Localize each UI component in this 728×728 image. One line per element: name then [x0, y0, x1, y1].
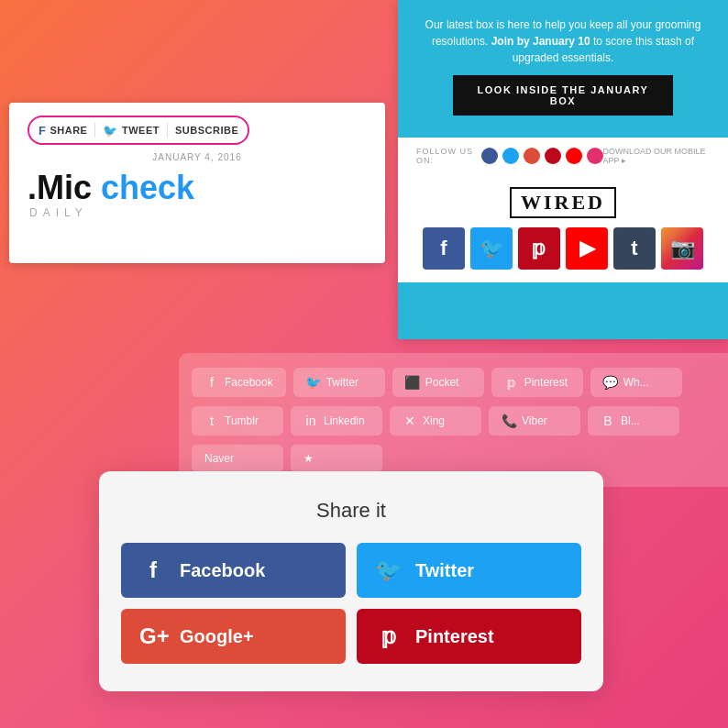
subscribe-label: SUBSCRIBE: [175, 125, 238, 136]
pocket-chip-label: Pocket: [425, 376, 459, 389]
facebook-dot[interactable]: [481, 148, 498, 164]
naver-chip[interactable]: Naver: [192, 445, 283, 472]
mic-date: JANUARY 4, 2016: [28, 152, 367, 162]
wired-facebook-button[interactable]: f: [423, 227, 465, 270]
modal-pinterest-label: Pinterest: [415, 626, 494, 647]
linkedin-chip[interactable]: in Linkedin: [291, 406, 382, 436]
modal-twitter-label: Twitter: [415, 560, 474, 581]
whatsapp-chip[interactable]: 💬 Wh...: [590, 368, 682, 397]
facebook-icon: f: [39, 124, 46, 138]
modal-google-icon: G+: [139, 623, 167, 649]
wired-instagram-button[interactable]: 📷: [661, 227, 703, 270]
mic-name: Mic: [37, 169, 92, 206]
xing-chip-icon: ✕: [403, 414, 417, 428]
share-chips-row2: t Tumblr in Linkedin ✕ Xing 📞 Viber B Bl…: [192, 406, 728, 436]
january-card-top: Our latest box is here to help you keep …: [398, 0, 728, 138]
twitter-chip-label: Twitter: [326, 376, 358, 389]
share-chips-row1: f Facebook 🐦 Twitter ⬛ Pocket 𝕡 Pinteres…: [192, 368, 728, 397]
tumblr-chip[interactable]: t Tumblr: [192, 406, 283, 436]
january-cta-button[interactable]: LOOK INSIDE THE JANUARY BOX: [453, 75, 673, 116]
share-button[interactable]: f SHARE: [39, 123, 87, 138]
instagram-dot[interactable]: [587, 148, 603, 164]
share-modal-grid: f Facebook 🐦 Twitter G+ Google+ 𝕡 Pinter…: [121, 543, 581, 664]
whatsapp-chip-label: Wh...: [623, 376, 649, 389]
modal-facebook-button[interactable]: f Facebook: [121, 543, 346, 598]
twitter-icon: 🐦: [103, 124, 118, 138]
modal-pinterest-icon: 𝕡: [375, 623, 403, 649]
pinterest-chip-label: Pinterest: [524, 376, 568, 389]
january-text: Our latest box is here to help you keep …: [416, 17, 710, 66]
twitter-chip[interactable]: 🐦 Twitter: [293, 368, 385, 397]
tumblr-chip-icon: t: [204, 414, 219, 428]
wired-logo: WIRED: [510, 187, 616, 218]
viber-chip-icon: 📞: [502, 414, 516, 428]
linkedin-chip-icon: in: [303, 414, 318, 428]
google-dot[interactable]: [524, 148, 540, 164]
pocket-chip-icon: ⬛: [405, 375, 420, 390]
wired-twitter-button[interactable]: 🐦: [470, 227, 513, 270]
star-chip[interactable]: ★: [291, 445, 382, 472]
naver-chip-label: Naver: [204, 452, 234, 465]
share-modal-title: Share it: [121, 499, 581, 523]
share-modal: Share it f Facebook 🐦 Twitter G+ Google+…: [99, 471, 603, 691]
facebook-chip[interactable]: f Facebook: [192, 368, 286, 397]
pocket-chip[interactable]: ⬛ Pocket: [392, 368, 484, 397]
share-chips-row3: Naver ★: [192, 445, 728, 472]
tweet-button[interactable]: 🐦 TWEET: [103, 123, 160, 138]
modal-pinterest-button[interactable]: 𝕡 Pinterest: [357, 609, 581, 664]
share-chips-container: f Facebook 🐦 Twitter ⬛ Pocket 𝕡 Pinteres…: [179, 353, 728, 487]
mic-action-buttons: f SHARE 🐦 TWEET SUBSCRIBE: [28, 116, 249, 145]
wired-section: WIRED f 🐦 𝕡 ▶ t 📷: [398, 174, 728, 282]
app-label: DOWNLOAD OUR MOBILE APP ▸: [603, 147, 710, 165]
tumblr-chip-label: Tumblr: [225, 414, 259, 427]
mic-check: check: [101, 169, 194, 206]
divider: [94, 123, 95, 138]
modal-facebook-icon: f: [139, 557, 167, 583]
twitter-dot[interactable]: [502, 148, 519, 164]
share-label: SHARE: [50, 125, 87, 136]
wired-social-buttons: f 🐦 𝕡 ▶ t 📷: [398, 227, 728, 270]
blogger-chip[interactable]: B Bl...: [588, 406, 679, 436]
pinterest-dot[interactable]: [545, 148, 561, 164]
whatsapp-chip-icon: 💬: [603, 375, 618, 390]
mic-logo: .Mic check DAILY: [28, 171, 367, 219]
facebook-chip-icon: f: [204, 375, 219, 390]
blogger-chip-icon: B: [601, 414, 615, 428]
modal-google-button[interactable]: G+ Google+: [121, 609, 346, 664]
facebook-chip-label: Facebook: [225, 376, 273, 389]
pinterest-chip-icon: 𝕡: [504, 375, 519, 390]
modal-twitter-icon: 🐦: [375, 557, 403, 583]
social-dots: [481, 148, 603, 164]
linkedin-chip-label: Linkedin: [324, 414, 365, 427]
youtube-dot[interactable]: [566, 148, 582, 164]
january-box-card: Our latest box is here to help you keep …: [398, 0, 728, 339]
star-chip-icon: ★: [303, 452, 314, 465]
pinterest-chip[interactable]: 𝕡 Pinterest: [491, 368, 583, 397]
xing-chip[interactable]: ✕ Xing: [390, 406, 481, 436]
wired-tumblr-button[interactable]: t: [613, 227, 656, 270]
viber-chip[interactable]: 📞 Viber: [489, 406, 580, 436]
wired-youtube-button[interactable]: ▶: [566, 227, 608, 270]
viber-chip-label: Viber: [522, 414, 547, 427]
xing-chip-label: Xing: [423, 414, 445, 427]
twitter-chip-icon: 🐦: [306, 375, 321, 390]
follow-label: FOLLOW US ON:: [416, 147, 481, 165]
subscribe-button[interactable]: SUBSCRIBE: [175, 123, 238, 138]
wired-pinterest-button[interactable]: 𝕡: [518, 227, 560, 270]
modal-facebook-label: Facebook: [180, 560, 265, 581]
january-card-bottom: FOLLOW US ON: DOWNLOAD OUR MOBILE APP ▸: [398, 138, 728, 174]
divider2: [167, 123, 168, 138]
modal-google-label: Google+: [180, 626, 254, 647]
modal-twitter-button[interactable]: 🐦 Twitter: [357, 543, 581, 598]
tweet-label: TWEET: [122, 125, 160, 136]
mic-dot: .: [28, 169, 37, 206]
mic-daily: DAILY: [28, 206, 367, 219]
mic-check-card: f SHARE 🐦 TWEET SUBSCRIBE JANUARY 4, 201…: [9, 103, 385, 263]
blogger-chip-label: Bl...: [621, 414, 640, 427]
